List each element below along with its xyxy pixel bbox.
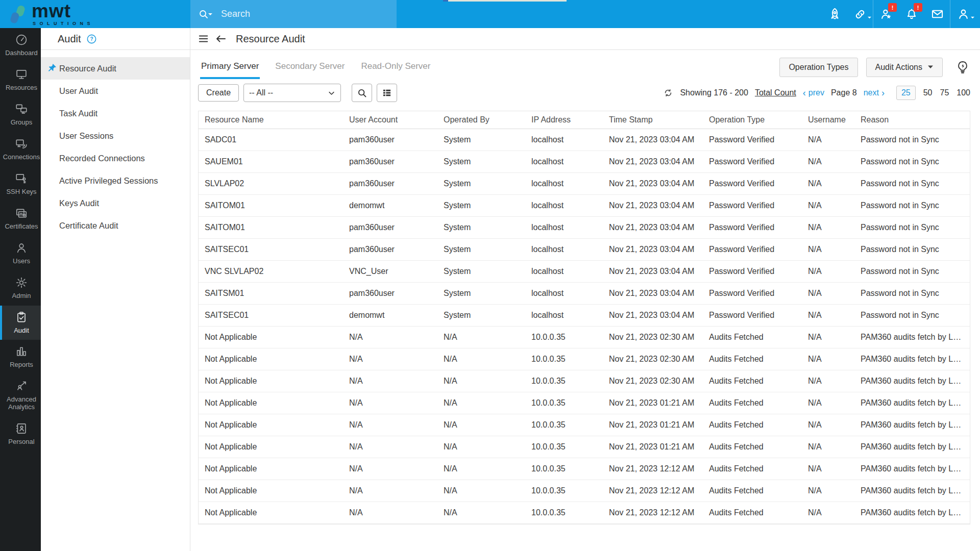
menu-item-label: Certificate Audit <box>59 221 118 231</box>
table-row[interactable]: Not ApplicableN/AN/A10.0.0.35Nov 21, 202… <box>199 370 970 392</box>
table-row[interactable]: Not ApplicableN/AN/A10.0.0.35Nov 21, 202… <box>199 458 970 480</box>
table-cell: System <box>437 305 525 327</box>
page-size-25[interactable]: 25 <box>896 86 916 100</box>
table-cell: System <box>437 173 525 195</box>
certificates-icon <box>15 207 28 220</box>
table-row[interactable]: Not ApplicableN/AN/A10.0.0.35Nov 21, 202… <box>199 348 970 370</box>
table-row[interactable]: Not ApplicableN/AN/A10.0.0.35Nov 21, 202… <box>199 436 970 458</box>
table-cell: Password Verified <box>703 283 802 305</box>
table-row[interactable]: Not ApplicableN/AN/A10.0.0.35Nov 21, 202… <box>199 327 970 348</box>
bell-icon[interactable]: ! <box>899 0 924 28</box>
table-row[interactable]: SAUEM01pam360userSystemlocalhostNov 21, … <box>199 151 970 173</box>
global-search[interactable] <box>190 0 397 28</box>
create-button[interactable]: Create <box>198 84 239 102</box>
mwt-logo-icon <box>6 3 30 26</box>
chevron-left-icon: ‹ <box>803 88 806 97</box>
menu-item-recorded-connections[interactable]: Recorded Connections <box>41 147 190 169</box>
menu-item-resource-audit[interactable]: Resource Audit <box>41 57 190 80</box>
menu-item-user-sessions[interactable]: User Sessions <box>41 124 190 147</box>
sidebar-item-certificates[interactable]: Certificates <box>0 202 41 236</box>
link-icon[interactable] <box>847 0 873 28</box>
table-row[interactable]: SAITSEC01pam360userSystemlocalhostNov 21… <box>199 239 970 261</box>
lightbulb-icon[interactable] <box>955 60 970 75</box>
table-search-button[interactable] <box>352 84 372 102</box>
table-cell: pam360user <box>343 217 437 239</box>
table-cell: Audits Fetched <box>703 370 802 392</box>
sidebar-item-dashboard[interactable]: Dashboard <box>0 28 41 63</box>
table-row[interactable]: SAITSM01pam360userSystemlocalhostNov 21,… <box>199 283 970 305</box>
audit-actions-button[interactable]: Audit Actions <box>866 58 943 77</box>
rocket-icon[interactable] <box>822 0 847 28</box>
menu-item-keys-audit[interactable]: Keys Audit <box>41 192 190 214</box>
table-row[interactable]: Not ApplicableN/AN/A10.0.0.35Nov 21, 202… <box>199 480 970 502</box>
operation-filter-select[interactable]: -- All -- <box>243 84 341 102</box>
prev-page-link[interactable]: ‹ prev <box>803 88 824 97</box>
table-cell: Not Applicable <box>199 458 343 480</box>
table-row[interactable]: SAITOM01demomwtSystemlocalhostNov 21, 20… <box>199 195 970 217</box>
user-star-icon[interactable]: ! <box>873 0 899 28</box>
menu-item-task-audit[interactable]: Task Audit <box>41 102 190 124</box>
collapse-menu-icon[interactable] <box>198 33 209 44</box>
menu-item-certificate-audit[interactable]: Certificate Audit <box>41 214 190 237</box>
sidebar-item-groups[interactable]: Groups <box>0 97 41 132</box>
column-chooser-button[interactable] <box>377 84 397 102</box>
table-row[interactable]: Not ApplicableN/AN/A10.0.0.35Nov 21, 202… <box>199 414 970 436</box>
table-cell: N/A <box>802 436 854 458</box>
table-cell: N/A <box>802 327 854 348</box>
table-cell: Nov 21, 2023 03:04 AM <box>603 129 703 151</box>
sidebar-item-connections[interactable]: Connections <box>0 132 41 167</box>
sidebar-item-audit[interactable]: Audit <box>0 306 41 340</box>
next-page-link[interactable]: next › <box>864 88 885 97</box>
sidebar-item-ssh-keys[interactable]: SSH Keys <box>0 167 41 202</box>
sidebar-item-admin[interactable]: Admin <box>0 271 41 306</box>
menu-item-user-audit[interactable]: User Audit <box>41 80 190 102</box>
table-row[interactable]: SLVLAP02pam360userSystemlocalhostNov 21,… <box>199 173 970 195</box>
reports-icon <box>15 345 28 358</box>
audit-actions-label: Audit Actions <box>875 63 923 72</box>
table-row[interactable]: SAITOM01pam360userSystemlocalhostNov 21,… <box>199 217 970 239</box>
total-count-link[interactable]: Total Count <box>755 88 796 97</box>
page-size-100[interactable]: 100 <box>957 88 970 97</box>
table-cell: pam360user <box>343 129 437 151</box>
sidebar-item-advanced-analytics[interactable]: Advanced Analytics <box>0 374 41 417</box>
table-row[interactable]: Not ApplicableN/AN/A10.0.0.35Nov 21, 202… <box>199 392 970 414</box>
table-cell: N/A <box>437 480 525 502</box>
back-arrow-icon[interactable] <box>214 33 227 45</box>
table-cell: System <box>437 151 525 173</box>
brand-name: mwt <box>32 2 94 20</box>
table-row[interactable]: SADC01pam360userSystemlocalhostNov 21, 2… <box>199 129 970 151</box>
table-cell: N/A <box>802 239 854 261</box>
operation-types-button[interactable]: Operation Types <box>779 58 857 77</box>
table-cell: Nov 21, 2023 02:30 AM <box>603 348 703 370</box>
table-row[interactable]: Not ApplicableN/AN/A10.0.0.35Nov 21, 202… <box>199 502 970 524</box>
table-cell: Password Verified <box>703 217 802 239</box>
table-cell: N/A <box>437 458 525 480</box>
mail-icon[interactable] <box>924 0 950 28</box>
menu-item-active-privileged-sessions[interactable]: Active Privileged Sessions <box>41 169 190 192</box>
refresh-icon[interactable] <box>663 88 673 98</box>
table-cell: System <box>437 129 525 151</box>
chevron-down-icon <box>867 16 872 19</box>
table-row[interactable]: VNC SLVLAP02VNC_UserSystemlocalhostNov 2… <box>199 261 970 283</box>
help-icon[interactable]: ? <box>86 34 97 44</box>
tab-primary-server[interactable]: Primary Server <box>200 55 260 79</box>
brand-logo[interactable]: mwt SOLUTIONS <box>0 0 190 28</box>
page-size-75[interactable]: 75 <box>940 88 949 97</box>
sidebar-item-reports[interactable]: Reports <box>0 340 41 374</box>
tab-read-only-server[interactable]: Read-Only Server <box>360 55 431 79</box>
table-cell: Nov 21, 2023 03:04 AM <box>603 151 703 173</box>
topbar-icons: ! ! <box>822 0 976 28</box>
sidebar-item-users[interactable]: Users <box>0 236 41 271</box>
search-input[interactable] <box>221 9 374 19</box>
table-cell: VNC_User <box>343 261 437 283</box>
table-row[interactable]: SAITSEC01demomwtSystemlocalhostNov 21, 2… <box>199 305 970 327</box>
table-cell: Audits Fetched <box>703 392 802 414</box>
current-page-label: Page 8 <box>831 88 857 97</box>
sidebar-item-resources[interactable]: Resources <box>0 63 41 97</box>
tab-secondary-server[interactable]: Secondary Server <box>274 55 346 79</box>
sidebar-item-personal[interactable]: Personal <box>0 417 41 452</box>
table-cell: Nov 21, 2023 02:30 AM <box>603 370 703 392</box>
user-icon[interactable] <box>950 0 976 28</box>
page-size-50[interactable]: 50 <box>923 88 933 97</box>
menu-item-label: Keys Audit <box>59 198 99 208</box>
